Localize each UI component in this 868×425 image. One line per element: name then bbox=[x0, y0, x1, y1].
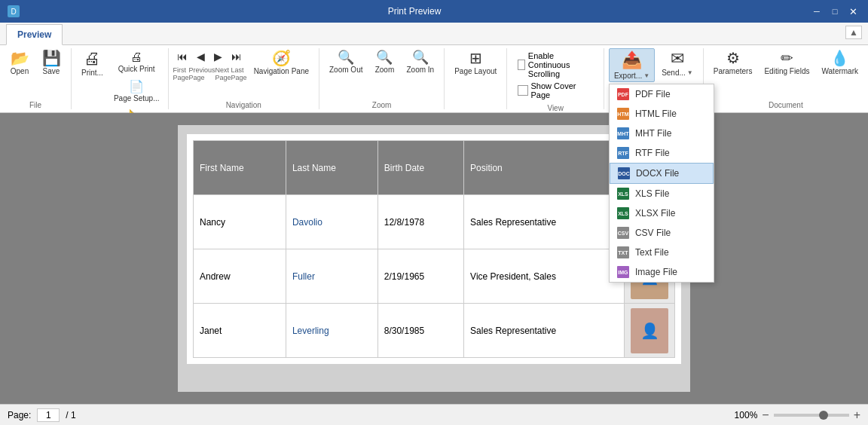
zoom-in-button[interactable]: 🔍 Zoom In bbox=[401, 48, 439, 77]
csv-label: CSV File bbox=[635, 228, 671, 238]
cell-birthdate: 12/8/1978 bbox=[377, 195, 463, 249]
first-page-label: FirstPage bbox=[173, 66, 189, 81]
watermark-button[interactable]: 💧 Watermark bbox=[816, 48, 863, 78]
show-cover-label: Show Cover Page bbox=[531, 81, 593, 99]
ribbon-group-doc-content: ⚙ Parameters ✏ Editing Fields 💧 Watermar… bbox=[708, 48, 863, 99]
zoom-button[interactable]: 🔍 Zoom bbox=[369, 48, 399, 77]
navigation-pane-button[interactable]: 🧭 Navigation Pane bbox=[249, 48, 314, 78]
show-cover-check[interactable]: Show Cover Page bbox=[518, 81, 593, 99]
document-group-label: Document bbox=[708, 99, 863, 109]
zoom-slider[interactable] bbox=[774, 414, 849, 417]
rtf-icon: RTF bbox=[617, 147, 629, 159]
export-xlsx-item[interactable]: XLS XLSX File bbox=[610, 203, 714, 223]
quick-print-icon: 🖨 bbox=[130, 50, 142, 64]
cell-position: Sales Representative bbox=[464, 195, 625, 249]
prev-page-button[interactable]: ◀ bbox=[193, 48, 209, 65]
export-text-item[interactable]: TXT Text File bbox=[610, 243, 714, 262]
nav-row-top: ⏮ ◀ ▶ ⏭ bbox=[173, 48, 247, 65]
mht-label: MHT File bbox=[635, 128, 671, 139]
zoom-percent: 100% bbox=[735, 410, 758, 420]
page-number-input[interactable] bbox=[37, 408, 60, 422]
last-page-button[interactable]: ⏭ bbox=[228, 48, 246, 65]
last-page-icon: ⏭ bbox=[231, 50, 242, 63]
ribbon-group-print: 🖨 Print... 🖨 Quick Print 📄 Page Setup...… bbox=[72, 48, 169, 109]
cell-birthdate: 2/19/1965 bbox=[377, 249, 463, 304]
export-rtf-item[interactable]: RTF RTF File bbox=[610, 143, 714, 163]
window-title: Print Preview bbox=[20, 6, 809, 17]
editing-fields-button[interactable]: ✏ Editing Fields bbox=[759, 48, 815, 78]
minimize-button[interactable]: ─ bbox=[809, 4, 824, 19]
maximize-button[interactable]: □ bbox=[827, 4, 842, 19]
first-page-icon: ⏮ bbox=[177, 50, 188, 63]
open-icon: 📂 bbox=[11, 50, 29, 66]
ribbon-group-view: Enable Continuous Scrolling Show Cover P… bbox=[507, 48, 604, 109]
parameters-button[interactable]: ⚙ Parameters bbox=[708, 48, 758, 78]
status-bar: Page: / 1 100% − + bbox=[0, 404, 868, 425]
export-xls-item[interactable]: XLS XLS File bbox=[610, 184, 714, 203]
zoom-slider-thumb[interactable] bbox=[819, 411, 828, 420]
export-html-item[interactable]: HTM HTML File bbox=[610, 104, 714, 124]
cell-lastname: Fuller bbox=[286, 249, 377, 304]
export-docx-item[interactable]: DOC DOCX File bbox=[610, 163, 714, 184]
nav-btn-labels: FirstPage PreviousPage NextPage LastPage bbox=[173, 66, 247, 81]
export-mht-item[interactable]: MHT MHT File bbox=[610, 124, 714, 143]
page-layout-button[interactable]: ⊞ Page Layout bbox=[449, 48, 502, 78]
export-image-item[interactable]: IMG Image File bbox=[610, 262, 714, 282]
cell-position: Sales Representative bbox=[464, 304, 625, 358]
table-row: JanetLeverling8/30/1985Sales Representat… bbox=[194, 304, 675, 358]
window-controls: ─ □ ✕ bbox=[809, 4, 860, 19]
open-button[interactable]: 📂 Open bbox=[5, 48, 35, 78]
quick-print-button[interactable]: 🖨 Quick Print bbox=[110, 48, 164, 75]
ribbon-group-file-content: 📂 Open 💾 Save bbox=[5, 48, 66, 99]
ribbon-group-page-layout: ⊞ Page Layout bbox=[445, 48, 507, 109]
print-button[interactable]: 🖨 Print... bbox=[76, 48, 108, 80]
save-button[interactable]: 💾 Save bbox=[36, 48, 66, 78]
export-icon: 📤 bbox=[622, 50, 642, 70]
html-icon: HTM bbox=[617, 108, 629, 120]
zoom-out-status-button[interactable]: − bbox=[762, 409, 769, 421]
export-button[interactable]: 📤 Export... ▼ bbox=[609, 48, 655, 82]
file-group-label: File bbox=[5, 99, 66, 109]
send-label-row: Send... ▼ bbox=[662, 69, 693, 78]
export-btn-wrap: 📤 Export... ▼ PDF PDF File HTM HTML File bbox=[609, 48, 655, 82]
page-inner: First Name Last Name Birth Date Position… bbox=[187, 134, 681, 364]
continuous-scroll-check[interactable]: Enable Continuous Scrolling bbox=[518, 51, 593, 78]
view-checkboxes: Enable Continuous Scrolling Show Cover P… bbox=[512, 48, 599, 102]
ribbon-group-zoom-content: 🔍 Zoom Out 🔍 Zoom 🔍 Zoom In bbox=[324, 48, 439, 99]
editing-fields-icon: ✏ bbox=[781, 50, 793, 66]
page-setup-button[interactable]: 📄 Page Setup... bbox=[110, 77, 164, 105]
close-button[interactable]: ✕ bbox=[845, 4, 860, 19]
tab-preview[interactable]: Preview bbox=[6, 24, 63, 45]
export-csv-item[interactable]: CSV CSV File bbox=[610, 223, 714, 243]
zoom-in-status-button[interactable]: + bbox=[854, 409, 860, 421]
preview-scroll-area[interactable]: First Name Last Name Birth Date Position… bbox=[0, 113, 868, 404]
export-pdf-item[interactable]: PDF PDF File bbox=[610, 84, 714, 104]
cell-position: Vice President, Sales bbox=[464, 249, 625, 304]
ribbon-group-file: 📂 Open 💾 Save File bbox=[0, 48, 72, 109]
cell-photo: 👤 bbox=[625, 304, 675, 358]
cell-lastname: Leverling bbox=[286, 304, 377, 358]
zoom-out-button[interactable]: 🔍 Zoom Out bbox=[324, 48, 368, 77]
app-icon: D bbox=[8, 5, 20, 17]
header-position: Position bbox=[464, 141, 625, 195]
first-page-button[interactable]: ⏮ bbox=[173, 48, 191, 65]
save-icon: 💾 bbox=[42, 50, 61, 66]
image-label: Image File bbox=[635, 267, 677, 277]
cell-lastname: Davolio bbox=[286, 195, 377, 249]
continuous-scroll-label: Enable Continuous Scrolling bbox=[528, 51, 593, 78]
ribbon-group-document: ⚙ Parameters ✏ Editing Fields 💧 Watermar… bbox=[704, 48, 868, 109]
continuous-scroll-checkbox[interactable] bbox=[518, 60, 524, 70]
table-row: NancyDavolio12/8/1978Sales Representativ… bbox=[194, 195, 675, 249]
text-icon: TXT bbox=[617, 246, 629, 258]
show-cover-checkbox[interactable] bbox=[518, 85, 527, 96]
ribbon-collapse-button[interactable]: ▲ bbox=[845, 26, 862, 39]
ribbon-group-export: 📤 Export... ▼ PDF PDF File HTM HTML File bbox=[604, 48, 704, 109]
zoom-icon: 🔍 bbox=[376, 50, 393, 64]
next-page-button[interactable]: ▶ bbox=[210, 48, 226, 65]
ribbon-group-nav-content: ⏮ ◀ ▶ ⏭ FirstPage PreviousPage NextPage bbox=[173, 48, 315, 99]
navigation-pane-icon: 🧭 bbox=[272, 50, 291, 66]
export-dropdown-arrow: ▼ bbox=[643, 72, 649, 79]
ribbon: 📂 Open 💾 Save File 🖨 Print... 🖨 Quick Pr… bbox=[0, 45, 868, 113]
send-button[interactable]: ✉ Send... ▼ bbox=[656, 48, 698, 80]
ribbon-group-zoom: 🔍 Zoom Out 🔍 Zoom 🔍 Zoom In Zoom bbox=[319, 48, 445, 109]
